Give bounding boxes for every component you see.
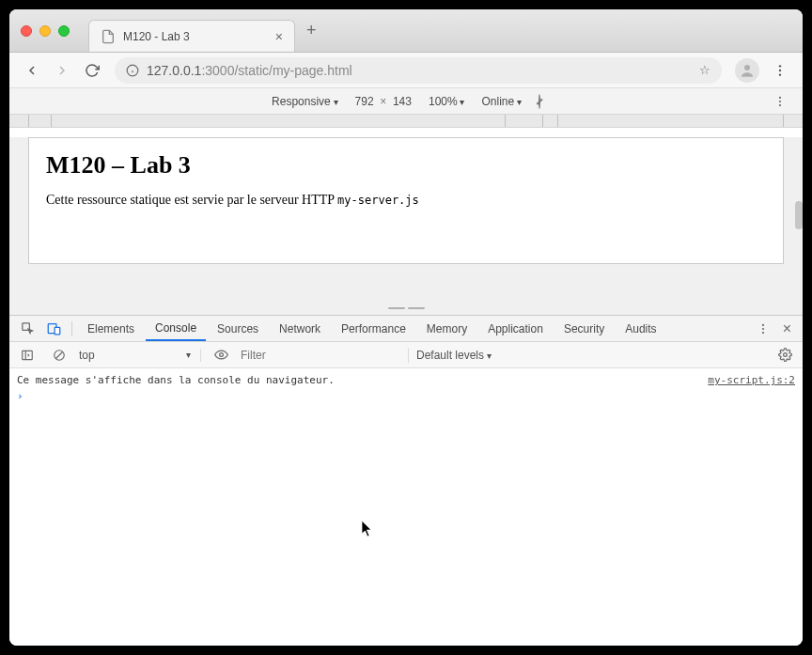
ruler [9, 115, 803, 128]
file-icon [101, 29, 116, 44]
log-levels-select[interactable]: Default levels [416, 349, 492, 362]
svg-point-13 [762, 323, 764, 325]
rotate-button[interactable] [539, 95, 540, 108]
new-tab-button[interactable]: + [306, 21, 317, 40]
tab-audits[interactable]: Audits [616, 316, 665, 341]
tab-close-button[interactable]: × [275, 29, 283, 44]
maximize-window-button[interactable] [58, 25, 70, 37]
window-titlebar: M120 - Lab 3 × + [9, 9, 803, 53]
svg-point-15 [762, 332, 764, 334]
back-button[interactable] [19, 57, 45, 84]
console-settings-button[interactable] [773, 343, 797, 367]
reload-button[interactable] [79, 57, 105, 84]
gear-icon [778, 348, 792, 362]
devtools-resize-handle[interactable] [387, 307, 425, 311]
network-throttle-select[interactable]: Online [481, 95, 521, 108]
svg-rect-16 [23, 351, 33, 359]
traffic-lights [21, 25, 70, 37]
responsive-viewport-area: M120 – Lab 3 Cette ressource statique es… [9, 137, 803, 315]
browser-toolbar: 127.0.0.1:3000/static/my-page.html ☆ [9, 53, 803, 88]
tab-title: M120 - Lab 3 [123, 30, 268, 43]
vertical-dots-icon [773, 95, 787, 108]
close-window-button[interactable] [21, 25, 32, 37]
console-filter-input[interactable] [241, 349, 400, 362]
rotate-icon [539, 94, 540, 109]
svg-point-5 [779, 69, 781, 70]
tab-network[interactable]: Network [270, 316, 330, 341]
svg-point-8 [779, 100, 781, 101]
address-bar[interactable]: 127.0.0.1:3000/static/my-page.html ☆ [115, 57, 722, 84]
console-prompt[interactable] [17, 388, 795, 404]
sidebar-icon [21, 349, 34, 362]
clear-console-button[interactable] [47, 343, 71, 367]
clear-icon [53, 349, 66, 362]
execution-context-select[interactable]: top ▾ [79, 349, 201, 362]
live-expression-button[interactable] [209, 343, 233, 367]
code-inline: my-server.js [337, 194, 419, 207]
device-select[interactable]: Responsive [272, 95, 337, 108]
svg-point-4 [779, 65, 781, 67]
svg-point-6 [779, 73, 781, 75]
page-heading: M120 – Lab 3 [46, 151, 766, 179]
svg-point-20 [219, 353, 223, 357]
svg-point-14 [762, 327, 764, 329]
inspect-element-button[interactable] [15, 317, 39, 341]
minimize-window-button[interactable] [39, 25, 51, 37]
page-viewport[interactable]: M120 – Lab 3 Cette ressource statique es… [28, 137, 784, 264]
console-sidebar-toggle[interactable] [15, 343, 39, 367]
svg-line-19 [56, 351, 63, 358]
tab-memory[interactable]: Memory [417, 316, 476, 341]
toggle-device-toolbar-button[interactable] [41, 317, 66, 341]
bookmark-star-icon[interactable]: ☆ [699, 63, 710, 77]
vertical-dots-icon [773, 63, 788, 78]
console-source-link[interactable]: my-script.js:2 [708, 374, 795, 386]
tab-application[interactable]: Application [478, 316, 553, 341]
tab-security[interactable]: Security [554, 316, 614, 341]
console-toolbar: top ▾ Default levels [9, 342, 803, 368]
console-output[interactable]: Ce message s'affiche dans la console du … [9, 368, 803, 646]
viewport-height[interactable]: 143 [393, 95, 412, 108]
devtools-tabbar: Elements Console Sources Network Perform… [9, 316, 803, 342]
svg-point-9 [779, 104, 781, 106]
forward-button[interactable] [49, 57, 75, 84]
browser-tab[interactable]: M120 - Lab 3 × [88, 20, 295, 52]
svg-point-3 [744, 65, 750, 70]
tab-performance[interactable]: Performance [332, 316, 415, 341]
device-toolbar: Responsive 792 × 143 100% Online [9, 88, 803, 115]
devtools-menu-button[interactable] [751, 317, 775, 341]
tab-console[interactable]: Console [146, 316, 206, 341]
console-message-text: Ce message s'affiche dans la console du … [17, 374, 335, 386]
url-text: 127.0.0.1:3000/static/my-page.html [147, 63, 692, 78]
device-icon [47, 321, 61, 335]
console-log-entry: Ce message s'affiche dans la console du … [17, 372, 795, 388]
vertical-dots-icon [757, 322, 770, 335]
info-icon [126, 64, 139, 77]
zoom-select[interactable]: 100% [429, 95, 464, 108]
viewport-width[interactable]: 792 [355, 95, 374, 108]
browser-menu-button[interactable] [767, 57, 793, 84]
profile-avatar[interactable] [735, 58, 759, 83]
tab-sources[interactable]: Sources [208, 316, 268, 341]
svg-point-21 [783, 353, 787, 357]
devtools-panel: Elements Console Sources Network Perform… [9, 315, 803, 646]
device-toolbar-menu[interactable] [767, 88, 793, 115]
tab-elements[interactable]: Elements [78, 316, 144, 341]
page-paragraph: Cette ressource statique est servie par … [46, 193, 766, 208]
scrollbar-thumb[interactable] [795, 201, 803, 229]
user-icon [739, 62, 756, 79]
inspect-icon [21, 321, 35, 335]
eye-icon [214, 348, 228, 362]
svg-rect-12 [55, 327, 60, 335]
devtools-close-button[interactable]: × [777, 320, 797, 337]
svg-point-7 [779, 96, 781, 98]
